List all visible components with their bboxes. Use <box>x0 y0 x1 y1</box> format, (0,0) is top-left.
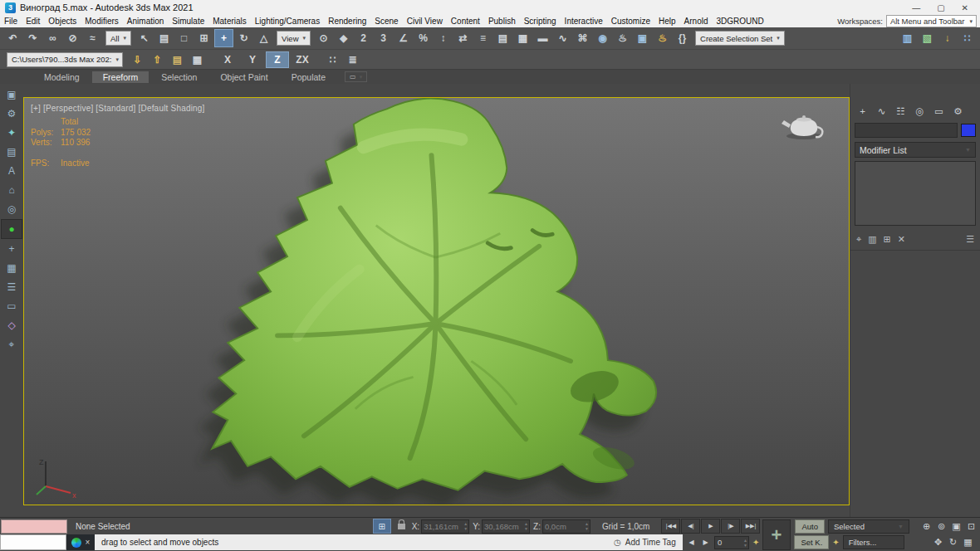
window-crossing-toggle-icon[interactable]: ⊞ <box>194 29 213 47</box>
rail-ring-icon[interactable]: ◎ <box>2 200 22 218</box>
hierarchy-tab-icon[interactable]: ☷ <box>893 104 909 118</box>
percent-snap-icon[interactable]: % <box>414 29 433 47</box>
motion-tab-icon[interactable]: ◎ <box>912 104 928 118</box>
workspaces-dropdown[interactable]: Alt Menu and Toolbar ▾ <box>886 15 977 27</box>
spinner-icon[interactable]: ▲▼ <box>463 521 468 531</box>
coordinate-input[interactable]: 31,161cm ▲▼ <box>421 519 469 534</box>
asset-tracking-icon[interactable]: ▤ <box>168 51 187 69</box>
macro-recorder-field[interactable] <box>1 519 67 534</box>
menu-modifiers[interactable]: Modifiers <box>81 17 123 26</box>
go-to-end-button[interactable]: ▶▶| <box>741 519 760 534</box>
use-pivot-point-icon[interactable]: ⊙ <box>314 29 333 47</box>
close-button[interactable]: ✕ <box>962 3 968 12</box>
previous-frame-button[interactable]: ◀| <box>681 519 700 534</box>
auto-key-button[interactable]: Auto <box>795 519 825 534</box>
ribbon-display-dropdown[interactable]: ▭ ▾ <box>345 71 367 82</box>
absolute-mode-toggle[interactable]: ⊞ <box>373 519 391 534</box>
object-color-swatch[interactable] <box>961 124 976 137</box>
project-path-dropdown[interactable]: C:\Users\790...3ds Max 202: ▾ <box>7 52 123 67</box>
make-unique-icon[interactable]: ⊞ <box>884 234 891 245</box>
object-name-field[interactable] <box>855 123 958 138</box>
ribbon-toggle-icon[interactable]: ▬ <box>533 29 552 47</box>
modifier-list-dropdown[interactable]: Modifier List ▼ <box>855 142 976 158</box>
rendered-frame-window-icon[interactable]: ▣ <box>633 29 652 47</box>
taskbar-browser-icon[interactable] <box>71 538 81 548</box>
rail-plane-icon[interactable]: ▭ <box>2 297 22 315</box>
menu-objects[interactable]: Objects <box>44 17 81 26</box>
play-animation-button[interactable]: ▶ <box>701 519 720 534</box>
display-tab-icon[interactable]: ▭ <box>931 104 947 118</box>
modifier-stack-list[interactable] <box>855 161 976 226</box>
rail-list-icon[interactable]: ☰ <box>2 278 22 296</box>
previous-frame-step-icon[interactable]: ◀ <box>686 539 697 546</box>
bind-to-space-warp-icon[interactable]: ≈ <box>83 29 102 47</box>
viewport-label[interactable]: [+] [Perspective] [Standard] [Default Sh… <box>31 104 205 113</box>
key-mode-toggle-icon[interactable]: ✦ <box>752 538 759 547</box>
zoom-all-icon[interactable]: ⊚ <box>934 519 948 533</box>
undo-icon[interactable]: ↶ <box>3 29 22 47</box>
align-icon[interactable]: ≡ <box>473 29 492 47</box>
select-and-move-icon[interactable]: + <box>214 29 233 47</box>
rail-select-icon[interactable]: ▣ <box>2 85 22 104</box>
maxscript-mini-listener[interactable] <box>0 534 66 550</box>
menu-materials[interactable]: Materials <box>208 17 251 26</box>
unlink-selection-icon[interactable]: ⊘ <box>63 29 82 47</box>
pan-view-icon[interactable]: ✥ <box>931 536 945 549</box>
orbit-view-icon[interactable]: ↻ <box>946 536 960 549</box>
create-selection-set-dropdown[interactable]: Create Selection Set ▾ <box>695 31 785 46</box>
select-and-scale-icon[interactable]: △ <box>254 29 273 47</box>
select-by-name-icon[interactable]: ▤ <box>154 29 174 47</box>
configure-modifier-sets-icon[interactable]: ☰ <box>966 234 974 245</box>
render-setup-icon[interactable]: ♨ <box>613 29 632 47</box>
go-to-start-button[interactable]: |◀◀ <box>661 519 680 534</box>
current-frame-field[interactable]: 0 ▲▼ <box>714 536 749 549</box>
menu-help[interactable]: Help <box>654 17 680 26</box>
menu-rendering[interactable]: Rendering <box>324 17 370 26</box>
perspective-viewport[interactable]: [+] [Perspective] [Standard] [Default Sh… <box>23 97 850 505</box>
zoom-extents-icon[interactable]: ▣ <box>949 519 963 533</box>
menu-publish[interactable]: Publish <box>484 17 520 26</box>
selection-set-dropdown[interactable]: Selected ▼ <box>828 519 909 534</box>
layer-list-icon[interactable]: ▥ <box>898 29 917 47</box>
select-and-manipulate-icon[interactable]: ◆ <box>334 29 353 47</box>
axis-zx-button[interactable]: ZX <box>291 51 314 68</box>
axis-z-button[interactable]: Z <box>266 51 289 68</box>
menu-simulate[interactable]: Simulate <box>168 17 208 26</box>
minimize-button[interactable]: — <box>912 3 920 12</box>
ribbon-tab-modeling[interactable]: Modeling <box>33 71 91 83</box>
menu-scene[interactable]: Scene <box>370 17 402 26</box>
file-link-manager-icon[interactable]: ▦ <box>188 51 207 69</box>
rail-diamond-icon[interactable]: ◇ <box>2 316 22 334</box>
named-selection-sets-icon[interactable]: {} <box>673 29 692 47</box>
coordinate-input[interactable]: 30,168cm ▲▼ <box>482 519 530 534</box>
mirror-icon[interactable]: ⇄ <box>453 29 473 47</box>
rail-sphere-icon[interactable]: ● <box>1 219 22 239</box>
viewport-layouts-icon[interactable]: ▧ <box>918 29 937 47</box>
next-frame-button[interactable]: |▶ <box>721 519 740 534</box>
rail-settings-icon[interactable]: ⚙ <box>2 105 22 123</box>
menu-customize[interactable]: Customize <box>607 17 654 26</box>
schematic-view-icon[interactable]: ⌘ <box>573 29 592 47</box>
select-and-link-icon[interactable]: ∞ <box>43 29 62 47</box>
rail-cube-icon[interactable]: ▦ <box>2 259 22 277</box>
rail-sheet-icon[interactable]: ▤ <box>2 143 22 161</box>
ribbon-tab-object-paint[interactable]: Object Paint <box>209 71 278 83</box>
menu-content[interactable]: Content <box>447 17 484 26</box>
usage-statistics-icon[interactable]: ≣ <box>343 51 362 69</box>
zoom-region-icon[interactable]: ⊡ <box>964 519 978 533</box>
menu-civil-view[interactable]: Civil View <box>403 17 447 26</box>
grid-gizmo-icon[interactable]: ∷ <box>958 29 977 47</box>
spinner-icon[interactable]: ▲▼ <box>743 538 747 548</box>
spinner-snap-icon[interactable]: ↕ <box>434 29 453 47</box>
rectangular-selection-region-icon[interactable]: □ <box>174 29 194 47</box>
axis-x-button[interactable]: X <box>216 51 239 68</box>
rail-move-icon[interactable]: + <box>2 240 22 258</box>
ribbon-tab-freeform[interactable]: Freeform <box>92 71 149 83</box>
set-key-large-button[interactable]: + <box>762 519 791 550</box>
material-editor-icon[interactable]: ◉ <box>593 29 612 47</box>
modify-tab-icon[interactable]: ∿ <box>874 104 889 118</box>
create-tab-icon[interactable]: + <box>855 104 870 118</box>
rail-text-icon[interactable]: A <box>2 162 22 180</box>
grid-points-icon[interactable]: ∷ <box>323 51 342 69</box>
scene-explorer-icon[interactable]: ▤ <box>493 29 512 47</box>
